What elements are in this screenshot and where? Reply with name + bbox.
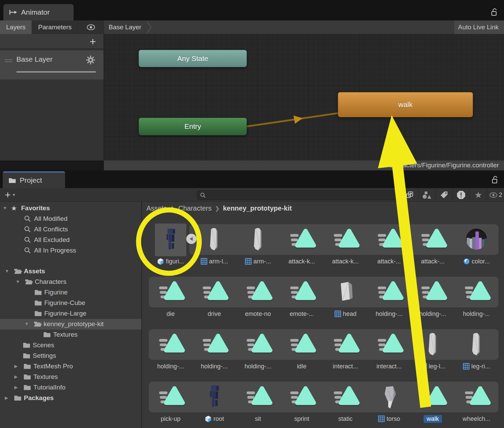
state-node-entry[interactable]: Entry xyxy=(139,118,247,135)
asset-thumb-arm[interactable] xyxy=(236,224,280,255)
tree-item-packages[interactable]: ▶Packages xyxy=(0,393,141,403)
drag-handle-icon[interactable] xyxy=(5,59,12,63)
tree-item-characters[interactable]: ▼Characters xyxy=(0,277,141,287)
asset-label-head[interactable]: head xyxy=(324,309,367,318)
filter-by-label-button[interactable] xyxy=(435,188,453,202)
animation-clip-icon-holding[interactable] xyxy=(149,329,192,360)
asset-label-idle[interactable]: idle xyxy=(280,362,324,371)
animation-clip-icon-interact[interactable] xyxy=(324,329,367,360)
asset-label-walk[interactable]: walk xyxy=(411,414,455,423)
tree-item-figurine[interactable]: Figurine xyxy=(0,287,141,298)
asset-label-holding[interactable]: holding-... xyxy=(149,362,192,371)
tab-project[interactable]: Project xyxy=(3,171,65,188)
tree-item-settings[interactable]: Settings xyxy=(0,351,141,361)
tree-item-all-conflicts[interactable]: All Conflicts xyxy=(0,224,141,235)
asset-thumb-root[interactable] xyxy=(192,382,236,412)
animation-clip-icon-holding[interactable] xyxy=(411,277,455,307)
asset-label-sit[interactable]: sit xyxy=(236,414,280,423)
asset-label-torso[interactable]: torso xyxy=(367,414,411,423)
asset-thumb-legl[interactable] xyxy=(411,329,455,360)
animation-clip-icon-drive[interactable] xyxy=(192,277,236,307)
animation-clip-icon-attack[interactable] xyxy=(367,224,411,255)
asset-label-holding[interactable]: holding-... xyxy=(192,362,236,371)
asset-label-static[interactable]: static xyxy=(324,414,367,423)
tree-item-assets[interactable]: ▼Assets xyxy=(0,266,141,277)
collapse-arrow-icon[interactable]: ▼ xyxy=(5,269,9,274)
asset-thumb-legri[interactable] xyxy=(455,329,498,360)
layer-weight-slider[interactable] xyxy=(16,71,96,73)
breadcrumb-assets[interactable]: Assets xyxy=(146,204,167,212)
tree-item-all-modified[interactable]: All Modified xyxy=(0,214,141,224)
tree-item-figurine-cube[interactable]: Figurine-Cube xyxy=(0,298,141,308)
asset-label-attackk[interactable]: attack-k... xyxy=(280,257,324,266)
unlock-icon[interactable] xyxy=(490,7,498,17)
asset-label-root[interactable]: root xyxy=(192,414,236,423)
animation-clip-icon-holding[interactable] xyxy=(236,329,280,360)
favorites-button[interactable]: ★ xyxy=(470,188,487,202)
expand-arrow-icon[interactable]: ▶ xyxy=(14,374,18,379)
animation-clip-icon-attackk[interactable] xyxy=(324,224,367,255)
asset-label-attackk[interactable]: attack-k... xyxy=(324,257,367,266)
asset-label-interact[interactable]: interact... xyxy=(324,362,367,371)
animation-clip-icon-attack[interactable] xyxy=(411,224,455,255)
tree-item-favorites[interactable]: ▼★Favorites xyxy=(0,203,141,214)
animation-clip-icon-attackk[interactable] xyxy=(280,224,324,255)
asset-label-legri[interactable]: leg-ri... xyxy=(455,362,498,371)
state-node-walk[interactable]: walk xyxy=(338,92,473,117)
asset-label-legl[interactable]: leg-l... xyxy=(411,362,455,371)
add-layer-button[interactable]: + xyxy=(90,35,96,48)
animation-clip-icon-sit[interactable] xyxy=(236,382,280,412)
animation-clip-icon-holding[interactable] xyxy=(192,329,236,360)
tree-item-tutorialinfo[interactable]: ▶TutorialInfo xyxy=(0,382,141,393)
asset-thumb-torso[interactable] xyxy=(367,382,411,412)
layers-eye-button[interactable] xyxy=(78,20,104,34)
unlock-icon[interactable] xyxy=(491,175,499,185)
animation-clip-icon-holding[interactable] xyxy=(367,277,411,307)
search-field[interactable] xyxy=(197,190,404,200)
create-dropdown-caret-icon[interactable]: ▾ xyxy=(13,192,15,197)
asset-thumb-color[interactable] xyxy=(455,224,498,255)
subasset-expander-button[interactable] xyxy=(186,234,196,244)
asset-label-emoteno[interactable]: emote-no xyxy=(236,309,280,318)
asset-label-attack[interactable]: attack-... xyxy=(411,257,455,266)
search-input[interactable] xyxy=(208,192,392,198)
asset-label-emote[interactable]: emote-... xyxy=(280,309,324,318)
animation-clip-icon-emote[interactable] xyxy=(280,277,324,307)
create-asset-button[interactable]: + xyxy=(5,189,11,201)
base-layer-item[interactable]: Base Layer xyxy=(0,50,104,79)
asset-label-holding[interactable]: holding-... xyxy=(411,309,455,318)
collapse-arrow-icon[interactable]: ▼ xyxy=(25,321,29,326)
collapse-arrow-icon[interactable]: ▼ xyxy=(3,205,7,211)
asset-thumb-figuri[interactable] xyxy=(155,224,186,256)
collapse-arrow-icon[interactable]: ▼ xyxy=(16,279,20,284)
animation-clip-icon-die[interactable] xyxy=(149,277,192,307)
tab-animator[interactable]: Animator xyxy=(3,4,74,20)
asset-label-sprint[interactable]: sprint xyxy=(280,414,324,423)
tab-parameters[interactable]: Parameters xyxy=(32,20,78,34)
animation-clip-icon-static[interactable] xyxy=(324,382,367,412)
tree-item-all-in-progress[interactable]: All In Progress xyxy=(0,245,141,256)
auto-live-link-button[interactable]: Auto Live Link xyxy=(454,20,504,34)
tab-layers[interactable]: Layers xyxy=(0,20,32,34)
tree-item-all-excluded[interactable]: All Excluded xyxy=(0,235,141,245)
asset-label-arm[interactable]: arm-... xyxy=(236,257,280,266)
animation-clip-icon-interact[interactable] xyxy=(367,329,411,360)
animation-clip-icon-emoteno[interactable] xyxy=(236,277,280,307)
tree-item-textures[interactable]: Textures xyxy=(0,330,141,340)
asset-label-die[interactable]: die xyxy=(149,309,192,318)
animation-clip-icon-wheelch[interactable] xyxy=(455,382,498,412)
breadcrumb-characters[interactable]: Characters xyxy=(178,204,211,212)
expand-arrow-icon[interactable]: ▶ xyxy=(14,364,18,369)
asset-label-pickup[interactable]: pick-up xyxy=(149,414,192,423)
asset-thumb-head[interactable] xyxy=(324,277,367,307)
animation-clip-icon-holding[interactable] xyxy=(455,277,498,307)
asset-label-arml[interactable]: arm-l... xyxy=(192,257,236,266)
asset-label-attack[interactable]: attack-... xyxy=(367,257,411,266)
tree-item-kenney-prototype-kit[interactable]: ▼kenney_prototype-kit xyxy=(0,319,141,330)
asset-label-wheelch[interactable]: wheelch... xyxy=(455,414,498,423)
breadcrumb-base-layer[interactable]: Base Layer xyxy=(109,24,141,31)
tree-item-textures[interactable]: ▶Textures xyxy=(0,372,141,382)
animation-clip-icon-walk[interactable] xyxy=(411,382,455,412)
filter-by-type-button[interactable] xyxy=(418,188,436,202)
asset-label-drive[interactable]: drive xyxy=(192,309,236,318)
